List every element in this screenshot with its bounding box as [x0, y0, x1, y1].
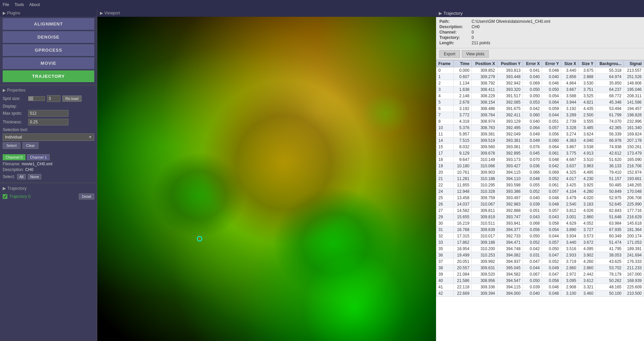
table-cell: 16.768 — [454, 227, 472, 233]
table-cell: 394.115 — [497, 169, 523, 176]
table-cell: 30 — [436, 220, 454, 227]
alignment-button[interactable]: ALIGNMENT — [3, 18, 94, 30]
table-cell: 3.183 — [578, 201, 595, 208]
table-cell: 0.042 — [523, 246, 542, 252]
table-cell: 4.040 — [578, 137, 595, 144]
table-cell: 394.000 — [497, 290, 523, 297]
table-cell: 393.386 — [497, 188, 523, 195]
display-label: Display: — [3, 104, 94, 109]
trajectory-button[interactable]: TRAJECTORY — [3, 70, 94, 82]
table-row: 2614.037310.067392.9830.0390.0482.5403.1… — [436, 201, 644, 208]
table-cell: 20.557 — [454, 265, 472, 271]
table-cell: 14.037 — [454, 201, 472, 208]
spot-size-input[interactable] — [47, 95, 60, 102]
channel-1-tab[interactable]: Channel 1 — [27, 154, 50, 160]
menu-tools[interactable]: Tools — [14, 2, 24, 7]
traj-trajectory-val: 0 — [472, 35, 474, 40]
table-cell: 0.055 — [523, 182, 542, 188]
traj-channel-key: Channel: — [439, 30, 470, 35]
table-cell: 251.526 — [624, 74, 644, 80]
export-button[interactable]: Export — [439, 50, 460, 58]
table-cell: 45.348 — [596, 99, 624, 106]
table-cell: 20 — [436, 169, 454, 176]
table-cell: 3.667 — [561, 87, 579, 93]
view-plots-button[interactable]: View plots — [462, 50, 489, 58]
table-cell: 395.045 — [497, 265, 523, 271]
table-cell: 206.708 — [624, 195, 644, 201]
trajectory-table-container[interactable]: Frame Time Position X Position Y Error X… — [436, 60, 644, 341]
selection-tool-dropdown[interactable]: Individual Rectangle All ▼ — [3, 133, 94, 141]
table-cell: 393.173 — [497, 157, 523, 163]
table-cell: 3.479 — [561, 195, 579, 201]
table-cell: 31 — [436, 227, 454, 233]
table-cell: 148.806 — [624, 80, 644, 87]
trajectory-0-checkbox[interactable] — [3, 194, 7, 199]
table-cell: 21 — [436, 176, 454, 182]
table-cell: 0.047 — [523, 259, 542, 265]
menubar: File Tools About — [0, 0, 644, 9]
trajectory-panel-triangle-icon: ▶ — [439, 11, 442, 16]
table-cell: 393.061 — [497, 144, 523, 150]
gprocess-button[interactable]: GPROCESS — [3, 44, 94, 56]
movie-button[interactable]: MOVIE — [3, 57, 94, 69]
table-cell: 3.328 — [561, 125, 579, 131]
none-button[interactable]: None — [28, 174, 41, 179]
table-cell: 4.052 — [578, 220, 595, 227]
table-header-row: Frame Time Position X Position Y Error X… — [436, 60, 644, 67]
table-cell: 60.349 — [596, 233, 624, 239]
table-cell: 4.864 — [561, 80, 579, 87]
trajectory-panel: ▶ Trajectory Path: C:\Users\GM Oliveira\… — [436, 9, 644, 341]
table-cell: 3.440 — [561, 67, 579, 74]
detail-button[interactable]: Detail — [79, 193, 94, 200]
table-cell: 392.983 — [497, 201, 523, 208]
all-button[interactable]: All — [17, 174, 26, 179]
table-cell: 15.655 — [454, 214, 472, 220]
max-spots-input[interactable] — [28, 110, 68, 117]
table-cell: 2.856 — [561, 74, 579, 80]
denoise-button[interactable]: DENOISE — [3, 31, 94, 43]
table-cell: 309.992 — [472, 259, 497, 265]
table-row: 73.772309.764392.4110.0600.0443.2892.500… — [436, 112, 644, 118]
table-cell: 181.364 — [624, 227, 644, 233]
table-cell: 16.219 — [454, 220, 472, 227]
table-cell: 4.821 — [578, 99, 595, 106]
table-cell: 2 — [436, 80, 454, 87]
table-cell: 310.017 — [472, 233, 497, 239]
clear-button[interactable]: Clear — [22, 142, 39, 149]
menu-about[interactable]: About — [29, 2, 40, 7]
channel-0-tab[interactable]: Channel 0 — [3, 154, 25, 160]
table-cell: 309.903 — [472, 169, 497, 176]
table-cell: 310.149 — [472, 157, 497, 163]
table-cell: 3.192 — [561, 106, 579, 112]
reload-button[interactable]: Re-load — [62, 96, 82, 102]
table-cell: 394.377 — [497, 227, 523, 233]
table-cell: 0.064 — [542, 99, 561, 106]
table-cell: 195.046 — [624, 87, 644, 93]
table-cell: 0.052 — [523, 188, 542, 195]
selection-tool-select[interactable]: Individual Rectangle All — [3, 133, 94, 141]
table-cell: 393.497 — [497, 195, 523, 201]
thickness-input[interactable] — [28, 119, 68, 125]
table-cell: 309.381 — [472, 131, 497, 137]
table-cell: 0.064 — [542, 144, 561, 150]
table-cell: 0.050 — [542, 246, 561, 252]
select-button[interactable]: Select — [3, 142, 20, 149]
viewport-canvas[interactable] — [97, 17, 436, 341]
table-row: 4122.118309.336394.1150.0390.0462.9083.3… — [436, 284, 644, 290]
table-cell: 55.318 — [596, 67, 624, 74]
table-cell: 394.937 — [497, 259, 523, 265]
menu-file[interactable]: File — [3, 2, 9, 7]
table-cell: 61.799 — [596, 112, 624, 118]
table-cell: 67.935 — [596, 227, 624, 233]
table-cell: 0.048 — [542, 290, 561, 297]
traj-length-row: Length: 211 points — [439, 41, 641, 45]
table-cell: 42.612 — [596, 150, 624, 157]
table-row: 2714.582309.811392.8880.0510.0573.8124.0… — [436, 208, 644, 214]
path-key: Path: — [439, 19, 470, 24]
table-cell: 21.084 — [454, 271, 472, 278]
table-row: 4222.669309.394394.0000.0400.0483.1003.4… — [436, 290, 644, 297]
table-cell: 310.188 — [472, 176, 497, 182]
table-row: 3720.051309.992394.9370.0470.0523.7194.2… — [436, 259, 644, 265]
table-row: 84.318308.974393.1290.0400.0512.7393.555… — [436, 118, 644, 125]
trajectory-0-label[interactable]: Trajectory 0 — [9, 194, 31, 199]
